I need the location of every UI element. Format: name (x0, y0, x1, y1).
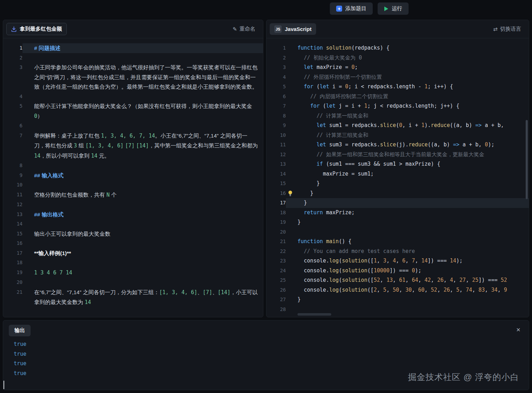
editor-line[interactable]: 18 return maxPrize; (267, 208, 529, 218)
editor-line[interactable]: 10 (3, 180, 263, 190)
editor-line[interactable]: 13## 输出格式 (3, 210, 263, 220)
editor-line[interactable]: 17 } (267, 198, 529, 208)
line-content: 小王同学参加公司年会的抽奖活动，他运气很好抽到了一等奖。一等奖获奖者可以在一排红… (23, 63, 263, 92)
problem-title: 拿到最多红包金额 (20, 26, 62, 32)
horizontal-scrollbar[interactable] (297, 313, 331, 316)
editor-line[interactable]: 23 console.log(solution([1, 3, 4, 6, 7, … (267, 256, 529, 266)
editor-line[interactable]: 3小王同学参加公司年会的抽奖活动，他运气很好抽到了一等奖。一等奖获奖者可以在一排… (3, 63, 263, 92)
editor-line[interactable]: 9## 输入格式 (3, 171, 263, 180)
editor-line[interactable]: 9 let sum1 = redpacks.slice(0, i + 1).re… (267, 121, 529, 131)
line-content (23, 278, 263, 287)
line-content: return maxPrize; (286, 208, 529, 218)
editor-line[interactable]: 13 if (sum1 === sum3 && sum1 > maxPrize)… (267, 159, 529, 169)
problem-editor[interactable]: 1# 问题描述23小王同学参加公司年会的抽奖活动，他运气很好抽到了一等奖。一等奖… (3, 38, 263, 317)
editor-line[interactable]: 8 // 计算第一组奖金和 (267, 111, 529, 121)
pencil-icon: ✎ (232, 26, 237, 32)
problem-title-badge[interactable]: 拿到最多红包金额 (6, 23, 67, 35)
editor-line[interactable]: 27} (267, 295, 529, 305)
editor-line[interactable]: 6 // 内层循环控制第二个切割位置 (267, 92, 529, 102)
run-button[interactable]: 运行 (378, 2, 409, 15)
editor-line[interactable]: 14 maxPrize = sum1; (267, 169, 529, 179)
line-content: // 初始化最大奖金为 0 (286, 53, 529, 63)
editor-line[interactable]: 11空格分割的红包金额数，共有 N 个 (3, 190, 263, 200)
editor-line[interactable]: 16 } (267, 189, 529, 198)
editor-line[interactable]: 26 console.log(solution([2, 5, 50, 30, 6… (267, 285, 529, 295)
editor-line[interactable]: 3 let maxPrize = 0; (267, 63, 529, 72)
line-content (23, 53, 263, 63)
editor-line[interactable]: 21function main() { (267, 237, 529, 247)
line-number: 28 (267, 305, 286, 315)
editor-line[interactable]: 5能帮小王计算下他能拿到的最大奖金么？（如果没有红包可获得，则小王能拿到的最大奖… (3, 101, 263, 121)
editor-line[interactable]: 21在“6,7”之间、“7,14” 之间各切一刀，分为如下三组：[1, 3, 4… (3, 287, 263, 308)
vertical-scrollbar[interactable] (526, 120, 528, 199)
editor-line[interactable]: 12 // 如果第一组和第三组奖金和相等且大于当前最大奖金，更新最大奖金 (267, 150, 529, 160)
problem-header: 拿到最多红包金额 ✎ 重命名 (3, 20, 263, 38)
line-content: // 如果第一组和第三组奖金和相等且大于当前最大奖金，更新最大奖金 (286, 150, 529, 160)
play-icon (384, 6, 389, 11)
editor-line[interactable]: 12 (3, 200, 263, 210)
editor-line[interactable]: 1function solution(redpacks) { (267, 43, 529, 53)
line-number: 23 (267, 256, 286, 266)
editor-line[interactable]: 20 (3, 278, 263, 287)
line-number: 8 (267, 111, 286, 121)
output-tab[interactable]: 输出 (9, 325, 31, 336)
editor-line[interactable]: 25 console.log(solution([52, 13, 61, 64,… (267, 275, 529, 285)
editor-line[interactable]: 2 (3, 53, 263, 63)
editor-line[interactable]: 15输出小王可以拿到的最大奖金数 (3, 229, 263, 239)
line-content: 1 3 4 6 7 14 (23, 268, 263, 278)
code-editor[interactable]: 1function solution(redpacks) {2 // 初始化最大… (267, 38, 529, 317)
language-pill[interactable]: JS JavaScript (270, 23, 316, 35)
line-number: 9 (3, 171, 23, 180)
editor-line[interactable]: 7举例解释：桌子上放了红包 1, 3, 4, 6, 7, 14。小王在“6,7”… (3, 131, 263, 161)
switch-language-button[interactable]: ⇄ 切换语言 (493, 26, 521, 32)
line-number: 13 (267, 159, 286, 169)
editor-line[interactable]: 11 let sum3 = redpacks.slice(j).reduce((… (267, 140, 529, 150)
code-header: JS JavaScript ⇄ 切换语言 (267, 20, 529, 38)
editor-line[interactable]: 191 3 4 6 7 14 (3, 268, 263, 278)
editor-line[interactable]: 7 for (let j = i + 1; j < redpacks.lengt… (267, 101, 529, 111)
editor-line[interactable]: 14 (3, 219, 263, 229)
line-number: 14 (3, 219, 23, 229)
line-content (23, 92, 263, 102)
editor-line[interactable]: 8 (3, 161, 263, 171)
line-content: } (286, 179, 529, 189)
editor-line[interactable]: 19} (267, 217, 529, 227)
output-line: true (14, 340, 523, 349)
output-line: true (14, 349, 523, 359)
line-content (23, 161, 263, 171)
editor-line[interactable]: 20 (267, 227, 529, 237)
editor-line[interactable]: 2 // 初始化最大奖金为 0 (267, 53, 529, 63)
line-content: let maxPrize = 0; (286, 63, 529, 72)
editor-line[interactable]: 15 } (267, 179, 529, 189)
editor-line[interactable]: 5 for (let i = 0; i < redpacks.length - … (267, 82, 529, 92)
editor-line[interactable]: 17**输入样例(1)** (3, 248, 263, 258)
switch-language-label: 切换语言 (500, 26, 521, 32)
main-area: 拿到最多红包金额 ✎ 重命名 1# 问题描述23小王同学参加公司年会的抽奖活动，… (3, 20, 529, 317)
run-label: 运行 (392, 5, 402, 12)
editor-line[interactable]: 10 // 计算第三组奖金和 (267, 131, 529, 140)
line-content: ## 输出格式 (23, 210, 263, 220)
swap-icon: ⇄ (493, 26, 498, 32)
line-number: 11 (3, 190, 23, 200)
editor-line[interactable]: 28 (267, 305, 529, 315)
line-number: 10 (3, 180, 23, 190)
line-number: 8 (3, 161, 23, 171)
editor-line[interactable]: 16 (3, 239, 263, 248)
editor-line[interactable]: 1# 问题描述 (3, 43, 263, 53)
line-content: 举例解释：桌子上放了红包 1, 3, 4, 6, 7, 14。小王在“6,7”之… (23, 131, 263, 161)
add-question-button[interactable]: + 添加题目 (330, 2, 373, 15)
editor-line[interactable]: 6 (3, 121, 263, 131)
editor-line[interactable]: 4 (3, 92, 263, 102)
close-icon[interactable]: × (516, 326, 520, 333)
editor-line[interactable]: 4 // 外层循环控制第一个切割位置 (267, 72, 529, 82)
line-content: function main() { (286, 237, 529, 247)
line-number: 15 (267, 179, 286, 189)
editor-line[interactable]: 22 // You can add more test cases here (267, 247, 529, 256)
line-content (23, 258, 263, 268)
rename-button[interactable]: ✎ 重命名 (232, 26, 255, 32)
line-number: 12 (267, 150, 286, 160)
editor-line[interactable]: 18 (3, 258, 263, 268)
editor-line[interactable]: 24 console.log(solution([10000]) === 0); (267, 266, 529, 276)
line-content: 输出小王可以拿到的最大奖金数 (23, 229, 263, 239)
line-content (286, 227, 529, 237)
